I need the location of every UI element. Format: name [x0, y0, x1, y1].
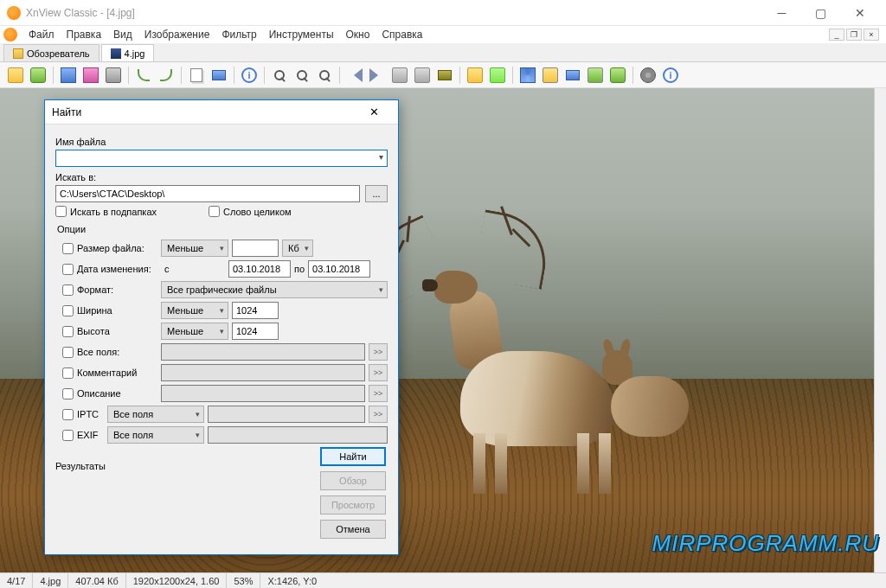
mdi-close-button[interactable]: × [864, 29, 879, 41]
mdi-minimize-button[interactable]: _ [829, 29, 844, 41]
comment-more-button[interactable]: >> [369, 364, 388, 381]
width-op-select[interactable]: Меньше [161, 302, 228, 319]
zoom-out-button[interactable] [314, 65, 335, 86]
fullscreen-button[interactable] [209, 65, 229, 86]
iptc-more-button[interactable]: >> [369, 406, 388, 423]
menu-help[interactable]: Справка [376, 27, 428, 42]
height-op-select[interactable]: Меньше [161, 323, 228, 340]
exif-field-select[interactable]: Все поля [107, 426, 204, 444]
height-value-input[interactable] [232, 323, 279, 340]
copy-button[interactable] [186, 65, 207, 86]
menu-filter[interactable]: Фильтр [215, 27, 262, 42]
folder-icon [8, 67, 23, 83]
next-button[interactable] [367, 65, 388, 86]
height-checkbox[interactable]: Высота [62, 326, 157, 337]
tab-image[interactable]: 4.jpg [101, 44, 155, 61]
browse-path-button[interactable]: ... [365, 185, 388, 202]
minimize-button[interactable]: ─ [762, 1, 801, 25]
info-button[interactable]: i [239, 65, 260, 86]
browser-button[interactable] [465, 65, 485, 86]
whole-word-checkbox[interactable]: Слово целиком [209, 206, 292, 217]
mdi-restore-button[interactable]: ❐ [846, 29, 862, 41]
size-op-select[interactable]: Меньше [161, 240, 228, 257]
zoom-in-button[interactable] [269, 65, 290, 86]
slideshow-icon [438, 70, 452, 80]
date-from-input[interactable] [228, 260, 291, 278]
iptc-checkbox[interactable]: IPTC [62, 409, 104, 420]
width-value-input[interactable] [232, 302, 279, 319]
export-icon [490, 67, 505, 83]
iptc-input[interactable] [208, 406, 365, 423]
date-to-input[interactable] [308, 260, 370, 278]
about-button[interactable]: i [660, 65, 681, 86]
find-button[interactable] [517, 65, 538, 86]
scan-button[interactable] [562, 65, 583, 86]
menu-image[interactable]: Изображение [138, 27, 216, 42]
description-checkbox[interactable]: Описание [62, 388, 157, 399]
view-results-button[interactable]: Просмотр [320, 495, 386, 514]
allfields-input[interactable] [161, 343, 365, 361]
allfields-more-button[interactable]: >> [369, 343, 388, 361]
print-icon [106, 67, 121, 83]
width-checkbox[interactable]: Ширина [62, 305, 157, 316]
settings-button[interactable] [638, 65, 658, 86]
exif-input[interactable] [208, 426, 388, 444]
menu-window[interactable]: Окно [340, 27, 376, 42]
iptc-field-select[interactable]: Все поля [107, 406, 204, 423]
size-value-input[interactable] [232, 240, 279, 257]
find-button[interactable]: Найти [320, 447, 386, 466]
toolbar-separator [512, 67, 513, 84]
size-unit-select[interactable]: Кб [282, 240, 313, 257]
dialog-titlebar[interactable]: Найти ✕ [45, 100, 398, 125]
browser-icon [467, 67, 483, 83]
batch-icon [543, 67, 558, 83]
open-button[interactable] [5, 65, 26, 86]
menu-edit[interactable]: Правка [61, 27, 108, 42]
vertical-scrollbar[interactable] [874, 88, 886, 572]
allfields-checkbox[interactable]: Все поля: [62, 347, 157, 358]
recurse-checkbox[interactable]: Искать в подпапках [55, 206, 157, 217]
screenshot-button[interactable] [607, 65, 628, 86]
export-button[interactable] [487, 65, 508, 86]
exif-checkbox[interactable]: EXIF [62, 430, 104, 441]
page-prev-icon [392, 67, 408, 83]
capture-button[interactable] [585, 65, 606, 86]
acquire-button[interactable] [28, 65, 48, 86]
tab-browser[interactable]: Обозреватель [3, 44, 100, 61]
cancel-button[interactable]: Отмена [320, 520, 386, 539]
filename-input[interactable] [55, 150, 388, 167]
save-icon [61, 67, 76, 83]
format-checkbox[interactable]: Формат: [62, 284, 157, 296]
format-select[interactable]: Все графические файлы [161, 281, 388, 298]
batch-button[interactable] [540, 65, 561, 86]
print-button[interactable] [103, 65, 124, 86]
redo-button[interactable] [156, 65, 177, 86]
next-page-button[interactable] [412, 65, 433, 86]
status-filesize: 407.04 Кб [68, 573, 125, 588]
date-to-label: по [294, 264, 305, 274]
quicksave-button[interactable] [80, 65, 101, 86]
slideshow-button[interactable] [434, 65, 455, 86]
zoom-actual-button[interactable] [292, 65, 312, 86]
description-more-button[interactable]: >> [369, 385, 388, 402]
arrow-right-icon [369, 68, 385, 82]
prev-button[interactable] [344, 65, 365, 86]
size-checkbox[interactable]: Размер файла: [62, 243, 157, 254]
save-button[interactable] [58, 65, 79, 86]
toolbar-separator [339, 67, 340, 84]
comment-input[interactable] [161, 364, 365, 381]
comment-checkbox[interactable]: Комментарий [62, 368, 157, 379]
menu-file[interactable]: Файл [22, 27, 61, 42]
undo-button[interactable] [133, 65, 154, 86]
maximize-button[interactable]: ▢ [801, 1, 840, 25]
close-button[interactable]: ✕ [840, 1, 879, 25]
browser-icon [13, 48, 23, 59]
prev-page-button[interactable] [389, 65, 410, 86]
description-input[interactable] [161, 385, 365, 402]
dialog-close-button[interactable]: ✕ [356, 101, 391, 124]
path-input[interactable] [55, 185, 360, 202]
browse-results-button[interactable]: Обзор [320, 471, 386, 490]
date-checkbox[interactable]: Дата изменения: [62, 264, 157, 275]
menu-tools[interactable]: Инструменты [263, 27, 340, 42]
menu-view[interactable]: Вид [107, 27, 138, 42]
